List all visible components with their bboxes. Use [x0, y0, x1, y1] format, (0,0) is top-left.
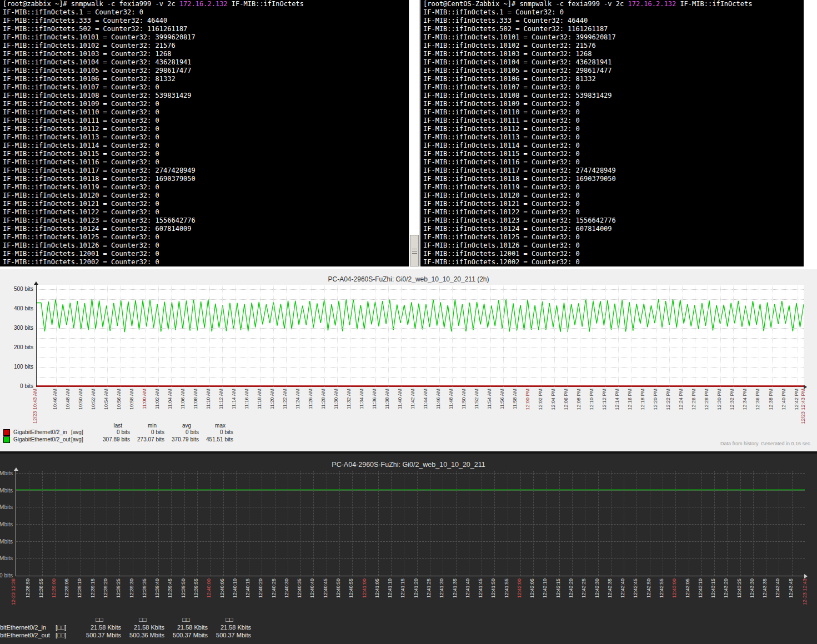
y-axis-tick-label: 200 bits	[1, 344, 33, 350]
terminal-scrollbar-thumb[interactable]	[410, 235, 419, 266]
x-axis-tick-label: 12:40:30	[284, 578, 289, 598]
legend-func-label: [□□]	[56, 623, 78, 631]
scrollbar-grip-icon	[412, 253, 417, 254]
x-axis-tick-label: 11:30 AM	[333, 389, 339, 409]
x-axis-tick-label: 11:46 AM	[435, 389, 441, 409]
gridline-vertical	[720, 285, 721, 386]
gridline-vertical	[792, 471, 793, 576]
gridline-vertical	[656, 285, 657, 386]
x-axis-tick-label: 12:41:25	[426, 578, 432, 598]
y-axis-tick-label: 500 bits	[1, 286, 33, 292]
terminal-output-line: IF-MIB::ifInOctets.333 = Counter32: 4644…	[420, 17, 804, 25]
terminal-output-line: IF-MIB::ifInOctets.10121 = Counter32: 0	[420, 200, 804, 208]
gridline-vertical	[275, 471, 275, 576]
terminal-window-centos-zabbix[interactable]: [root@CentOS-Zabbix ~]# snmpwalk -c fexi…	[420, 0, 804, 266]
gridline-vertical	[312, 285, 312, 386]
gridline-vertical	[663, 471, 663, 576]
x-axis-tick-label: 12:42:50	[646, 578, 651, 598]
terminal-output-line: IF-MIB::ifInOctets.10102 = Counter32: 21…	[420, 42, 804, 50]
terminal-output-line: IF-MIB::ifInOctets.10104 = Counter32: 43…	[420, 58, 804, 67]
legend-value-cell: 0 bits	[130, 429, 164, 436]
legend-header-row: lastminavgmax	[3, 422, 233, 429]
terminal-scrollbar-track[interactable]	[409, 0, 420, 266]
gridline-vertical	[249, 471, 249, 576]
gridline-vertical	[42, 471, 43, 576]
x-axis-tick-label: 12:41:05	[374, 578, 380, 598]
terminal-output-line: IF-MIB::ifInOctets.10126 = Counter32: 0	[0, 242, 409, 250]
terminal-output-line: IF-MIB::ifInOctets.10111 = Counter32: 0	[420, 117, 804, 125]
x-axis-tick-label: 12:40:45	[323, 578, 328, 598]
x-axis-tick-label: 12:42:20	[568, 578, 574, 598]
gridline-vertical	[669, 285, 670, 386]
gridline-vertical	[572, 471, 573, 576]
x-axis-tick-label: 12:22 PM	[665, 389, 671, 410]
x-axis-tick-label: 11:28 AM	[320, 389, 326, 409]
gridline-horizontal	[37, 338, 804, 339]
x-axis-tick-label: 12:10 PM	[589, 389, 594, 410]
dark-plot-area	[16, 471, 805, 576]
y-axis-tick-label: 600 Mbits	[0, 470, 13, 476]
gridline-vertical	[388, 285, 389, 386]
x-axis-tick-label: 12:41:30	[439, 578, 444, 598]
x-axis-tick-label: 12:41:35	[452, 578, 458, 598]
gridline-vertical	[533, 471, 534, 576]
x-axis-tick-label: 12:42:45	[633, 578, 638, 598]
gridline-vertical	[210, 471, 210, 576]
x-axis-tick-label: 12:14 PM	[614, 389, 620, 410]
legend-series-label: GigabitEthernet0/2_in	[13, 429, 71, 436]
dark-series-line	[16, 471, 805, 576]
x-axis-tick-label: 12:42:10	[542, 578, 548, 598]
terminal-output-line: IF-MIB::ifInOctets.12001 = Counter32: 0	[420, 250, 804, 258]
gridline-vertical	[313, 471, 314, 576]
legend-value-cell: 21.58 Kbits	[208, 623, 251, 631]
gridline-vertical	[94, 285, 95, 386]
gridline-vertical	[223, 471, 224, 576]
zabbix-plot-area[interactable]	[36, 285, 804, 387]
x-axis-tick-label: 12:39:10	[77, 578, 82, 598]
x-axis-tick-label: 12:43:35	[762, 578, 768, 598]
gridline-vertical	[593, 285, 593, 386]
terminal-output-line: IF-MIB::ifInOctets.10114 = Counter32: 0	[0, 142, 409, 150]
terminal-output-line: IF-MIB::ifInOctets.10116 = Counter32: 0	[0, 158, 409, 167]
terminal-window-zabbix[interactable]: [root@zabbix ~]# snmpwalk -c fexia999 -v…	[0, 0, 409, 266]
terminal-output-line: IF-MIB::ifInOctets.12001 = Counter32: 0	[0, 250, 409, 258]
gridline-horizontal	[16, 490, 805, 491]
gridline-vertical	[417, 471, 418, 576]
gridline-vertical	[675, 471, 676, 576]
terminal-output-line: IF-MIB::ifInOctets.10101 = Counter32: 39…	[420, 33, 804, 42]
x-axis-tick-label: 11:40 AM	[397, 389, 403, 409]
x-axis-tick-label: 11:08 AM	[193, 389, 198, 409]
terminal-output-line: IF-MIB::ifInOctets.10108 = Counter32: 53…	[420, 92, 804, 100]
gridline-vertical	[56, 285, 57, 386]
x-axis-tick-label: 12:43:45	[788, 578, 794, 598]
gridline-vertical	[779, 471, 779, 576]
terminal-output-line: IF-MIB::ifInOctets.10114 = Counter32: 0	[420, 142, 804, 150]
terminal-output-line: IF-MIB::ifInOctets.10107 = Counter32: 0	[420, 83, 804, 92]
terminal-output-line: IF-MIB::ifInOctets.10122 = Counter32: 0	[0, 208, 409, 217]
gridline-vertical	[567, 285, 568, 386]
terminal-prompt-line: [root@zabbix ~]# snmpwalk -c fexia999 -v…	[0, 0, 409, 8]
terminal-output-line: IF-MIB::ifInOctets.10104 = Counter32: 43…	[0, 58, 409, 67]
x-axis-end-label: 12-23 12:43	[802, 578, 808, 605]
x-axis-tick-label: 12:38:55	[38, 578, 44, 598]
legend-header-cell: max	[199, 422, 233, 429]
gridline-vertical	[119, 471, 120, 576]
gridline-vertical	[273, 285, 274, 386]
gridline-vertical	[559, 471, 560, 576]
gridline-vertical	[248, 285, 248, 386]
x-axis-tick-label: 12:34 PM	[742, 389, 748, 410]
gridline-horizontal	[37, 358, 804, 358]
legend-value-cell: 500.36 Mbits	[121, 631, 164, 639]
gridline-vertical	[766, 471, 766, 576]
x-axis-tick-label: 11:44 AM	[423, 389, 428, 409]
legend-func-label: [avg]	[71, 429, 96, 436]
gridline-vertical	[759, 285, 759, 386]
terminal-output-line: IF-MIB::ifInOctets.10102 = Counter32: 21…	[0, 42, 409, 50]
gridline-vertical	[785, 285, 785, 386]
gridline-vertical	[708, 285, 708, 386]
x-axis-tick-label: 12:42:00	[517, 578, 522, 598]
legend-value-cell: 0 bits	[164, 429, 199, 436]
x-axis-tick-label: 12:24 PM	[678, 389, 684, 410]
terminal-output-line: IF-MIB::ifInOctets.10124 = Counter32: 60…	[0, 225, 409, 233]
x-axis-tick-label: 11:10 AM	[205, 389, 211, 409]
